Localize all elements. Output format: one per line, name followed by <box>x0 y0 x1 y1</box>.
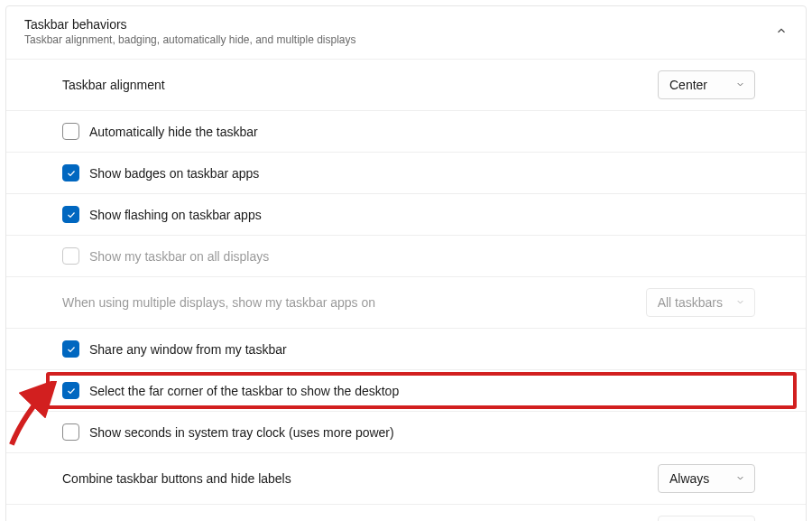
chevron-down-icon <box>735 78 745 92</box>
row-badges: Show badges on taskbar apps <box>6 153 806 194</box>
select-combine-other: Always <box>658 516 755 521</box>
label-share-window: Share any window from my taskbar <box>89 342 287 357</box>
label-taskbar-alignment: Taskbar alignment <box>62 78 165 92</box>
checkbox-flashing[interactable] <box>62 206 79 223</box>
select-value: Center <box>669 78 707 92</box>
section-header[interactable]: Taskbar behaviors Taskbar alignment, bad… <box>6 6 806 60</box>
section-title: Taskbar behaviors <box>24 17 356 32</box>
section-subtitle: Taskbar alignment, badging, automaticall… <box>24 33 356 46</box>
select-value: Always <box>669 471 709 486</box>
label-badges: Show badges on taskbar apps <box>89 166 259 181</box>
checkbox-far-corner[interactable] <box>62 382 79 399</box>
select-multi-where: All taskbars <box>646 288 755 317</box>
row-combine: Combine taskbar buttons and hide labels … <box>6 453 806 505</box>
row-seconds: Show seconds in system tray clock (uses … <box>6 412 806 453</box>
select-value: All taskbars <box>658 295 723 310</box>
row-autohide: Automatically hide the taskbar <box>6 111 806 153</box>
chevron-up-icon <box>775 24 788 40</box>
row-all-displays: Show my taskbar on all displays <box>6 236 806 277</box>
select-combine[interactable]: Always <box>658 464 755 493</box>
label-far-corner: Select the far corner of the taskbar to … <box>89 384 399 398</box>
section-header-text: Taskbar behaviors Taskbar alignment, bad… <box>24 17 356 46</box>
checkbox-all-displays <box>62 247 79 265</box>
row-taskbar-alignment: Taskbar alignment Center <box>6 60 806 111</box>
label-seconds: Show seconds in system tray clock (uses … <box>89 425 394 440</box>
label-all-displays: Show my taskbar on all displays <box>89 249 269 264</box>
select-taskbar-alignment[interactable]: Center <box>658 70 755 99</box>
row-far-corner: Select the far corner of the taskbar to … <box>6 370 806 412</box>
label-autohide: Automatically hide the taskbar <box>89 125 258 139</box>
checkbox-badges[interactable] <box>62 164 79 181</box>
checkbox-seconds[interactable] <box>62 423 79 441</box>
chevron-down-icon <box>735 295 745 310</box>
checkbox-autohide[interactable] <box>62 123 79 140</box>
row-combine-other: Combine taskbar buttons and hide labels … <box>6 505 806 521</box>
taskbar-behaviors-panel: Taskbar behaviors Taskbar alignment, bad… <box>5 5 807 521</box>
chevron-down-icon <box>735 471 745 486</box>
label-combine: Combine taskbar buttons and hide labels <box>62 471 291 486</box>
row-multi-where: When using multiple displays, show my ta… <box>6 277 806 329</box>
row-share-window: Share any window from my taskbar <box>6 329 806 370</box>
label-flashing: Show flashing on taskbar apps <box>89 208 262 222</box>
row-flashing: Show flashing on taskbar apps <box>6 194 806 236</box>
checkbox-share-window[interactable] <box>62 340 79 358</box>
label-multi-where: When using multiple displays, show my ta… <box>62 295 375 310</box>
